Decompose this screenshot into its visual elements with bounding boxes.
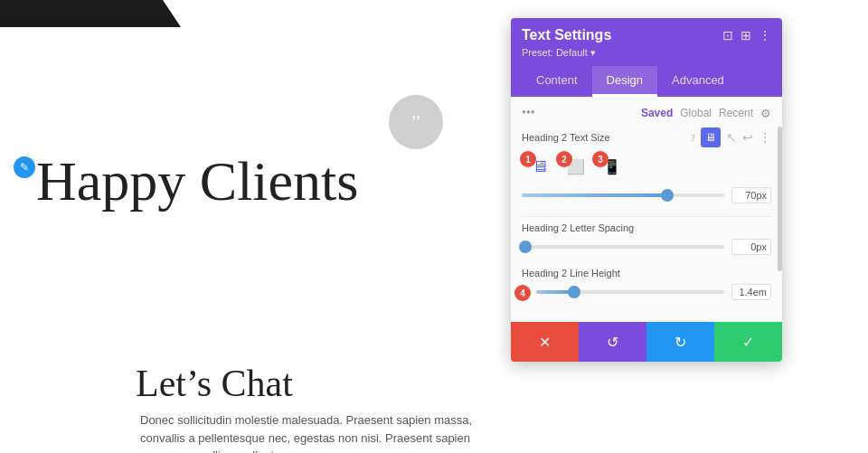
h2-text-size-value[interactable] bbox=[731, 187, 771, 203]
h2-line-height-track[interactable] bbox=[536, 290, 724, 294]
gear-icon[interactable]: ⚙ bbox=[760, 107, 771, 120]
panel-header-icons: ⊡ ⊞ ⋮ bbox=[722, 28, 771, 43]
toolbar-right: Saved Global Recent ⚙ bbox=[641, 107, 771, 120]
panel-title: Text Settings bbox=[522, 27, 611, 43]
reset-button[interactable]: ↺ bbox=[579, 322, 646, 362]
edit-icon[interactable]: ✎ bbox=[14, 156, 35, 178]
h2-line-height-thumb[interactable] bbox=[568, 286, 580, 298]
black-bar bbox=[0, 0, 181, 27]
cancel-button[interactable]: ✕ bbox=[511, 322, 579, 362]
preset-label[interactable]: Preset: Default ▾ bbox=[522, 47, 771, 59]
focus-icon[interactable]: ⊡ bbox=[722, 28, 733, 43]
recent-label[interactable]: Recent bbox=[719, 107, 753, 119]
redo-button[interactable]: ↻ bbox=[646, 322, 714, 362]
badge-3: 3 bbox=[592, 151, 609, 167]
h2-text-size-slider-row bbox=[522, 187, 771, 203]
columns-icon[interactable]: ⊞ bbox=[741, 28, 751, 43]
panel-tabs: Content Design Advanced bbox=[522, 66, 771, 97]
panel-toolbar: ••• Saved Global Recent ⚙ bbox=[522, 106, 771, 120]
h2-line-height-value[interactable] bbox=[731, 284, 771, 300]
confirm-button[interactable]: ✓ bbox=[714, 322, 782, 362]
h2-letter-spacing-thumb[interactable] bbox=[519, 241, 532, 253]
saved-label[interactable]: Saved bbox=[641, 107, 673, 119]
body-text: Donec sollicitudin molestie malesuada. P… bbox=[140, 411, 502, 453]
panel-header: Text Settings ⊡ ⊞ ⋮ Preset: Default ▾ Co… bbox=[511, 18, 782, 97]
happy-clients-heading: Happy Clients bbox=[36, 149, 358, 213]
cursor-icon[interactable]: ↖ bbox=[726, 130, 737, 146]
panel-scrollbar[interactable] bbox=[778, 127, 782, 271]
h2-letter-spacing-label-row: Heading 2 Letter Spacing bbox=[522, 222, 771, 233]
h2-text-size-label: Heading 2 Text Size bbox=[522, 132, 685, 143]
tab-advanced[interactable]: Advanced bbox=[657, 66, 739, 97]
undo-icon[interactable]: ↩ bbox=[742, 130, 753, 146]
h2-text-size-fill bbox=[522, 193, 667, 197]
h2-letter-spacing-track[interactable] bbox=[522, 245, 724, 249]
h2-line-height-label: Heading 2 Line Height bbox=[522, 268, 771, 278]
h2-line-height-slider-row: 4 bbox=[522, 284, 771, 300]
desktop-active-btn[interactable]: 🖥 bbox=[701, 127, 721, 147]
global-label[interactable]: Global bbox=[680, 107, 712, 119]
panel-actions: ✕ ↺ ↻ ✓ bbox=[511, 322, 782, 362]
more-settings-icon[interactable]: ⋮ bbox=[759, 130, 771, 146]
quote-bubble: ” bbox=[389, 95, 443, 149]
text-settings-panel: Text Settings ⊡ ⊞ ⋮ Preset: Default ▾ Co… bbox=[511, 18, 782, 362]
tab-content[interactable]: Content bbox=[522, 66, 592, 97]
h2-line-height-label-row: Heading 2 Line Height bbox=[522, 268, 771, 278]
panel-body: ••• Saved Global Recent ⚙ Heading 2 Text… bbox=[511, 97, 782, 322]
h2-letter-spacing-slider-row bbox=[522, 239, 771, 255]
badge-1: 1 bbox=[520, 151, 536, 167]
device-row: 1 🖥 2 ⬜ 3 📱 bbox=[522, 153, 771, 180]
divider-1 bbox=[522, 216, 771, 217]
lets-chat-heading: Let’s Chat bbox=[136, 362, 293, 405]
help-icon[interactable]: ? bbox=[691, 132, 695, 143]
tab-design[interactable]: Design bbox=[592, 66, 657, 97]
h2-text-size-label-row: Heading 2 Text Size ? 🖥 ↖ ↩ ⋮ bbox=[522, 127, 771, 147]
badge-2: 2 bbox=[556, 151, 572, 167]
h2-text-size-track[interactable] bbox=[522, 193, 724, 197]
h2-letter-spacing-label: Heading 2 Letter Spacing bbox=[522, 222, 771, 233]
toolbar-dots: ••• bbox=[522, 106, 535, 120]
desktop-icon: 🖥 bbox=[705, 131, 716, 145]
h2-letter-spacing-value[interactable] bbox=[731, 239, 771, 255]
h2-text-size-thumb[interactable] bbox=[661, 189, 674, 202]
badge-4: 4 bbox=[514, 285, 531, 301]
more-icon[interactable]: ⋮ bbox=[759, 28, 771, 43]
